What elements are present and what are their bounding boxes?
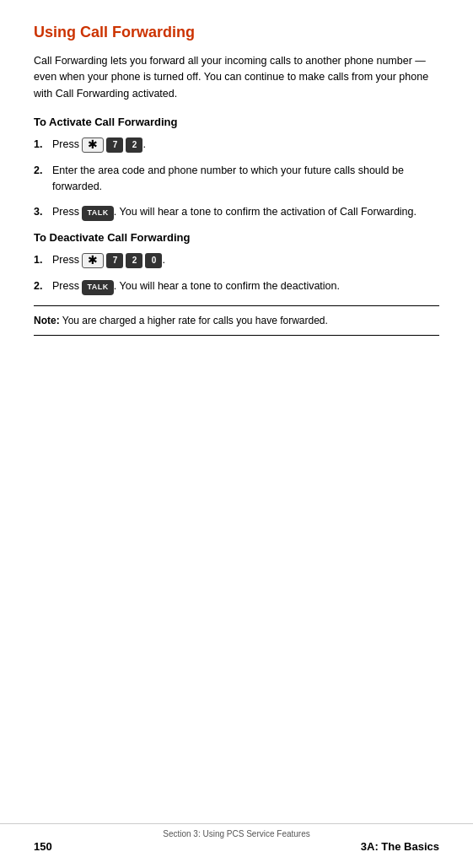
- talk-key: TALK: [82, 280, 113, 295]
- note-text: You are charged a higher rate for calls …: [60, 315, 328, 326]
- footer-page-line: 150 3A: The Basics: [34, 840, 439, 853]
- star-key: ✱: [82, 253, 104, 268]
- intro-text: Call Forwarding lets you forward all you…: [34, 53, 439, 102]
- key-7: 7: [106, 253, 123, 268]
- key-2: 2: [126, 137, 142, 153]
- step-num: 1.: [34, 252, 52, 268]
- deactivate-step-2: 2. Press TALK. You will hear a tone to c…: [34, 278, 439, 295]
- note-section: Note: You are charged a higher rate for …: [34, 305, 439, 336]
- key-group: ✱ 7 2 0: [82, 253, 162, 268]
- talk-key: TALK: [82, 206, 113, 221]
- activate-step-1: 1. Press ✱ 7 2 .: [34, 137, 439, 153]
- key-group: ✱ 7 2: [82, 137, 142, 153]
- step-num: 1.: [34, 137, 52, 153]
- page-title: Using Call Forwarding: [34, 24, 439, 41]
- step-content: Press TALK. You will hear a tone to conf…: [52, 204, 439, 221]
- page-content: Using Call Forwarding Call Forwarding le…: [0, 0, 473, 420]
- footer-section-label: Section 3: Using PCS Service Features: [34, 829, 439, 838]
- star-key: ✱: [82, 137, 104, 153]
- key-7: 7: [106, 137, 123, 153]
- deactivate-heading: To Deactivate Call Forwarding: [34, 231, 439, 244]
- activate-step-3: 3. Press TALK. You will hear a tone to c…: [34, 204, 439, 221]
- activate-heading: To Activate Call Forwarding: [34, 116, 439, 128]
- note-label: Note:: [34, 315, 60, 326]
- step-num: 3.: [34, 204, 52, 220]
- activate-step-2: 2. Enter the area code and phone number …: [34, 163, 439, 195]
- footer: Section 3: Using PCS Service Features 15…: [0, 823, 473, 853]
- page-number: 150: [34, 840, 52, 853]
- chapter-label: 3A: The Basics: [361, 840, 439, 853]
- step-num: 2.: [34, 278, 52, 294]
- deactivate-step-1: 1. Press ✱ 7 2 0 .: [34, 252, 439, 268]
- step-content: Press ✱ 7 2 .: [52, 137, 439, 153]
- step-num: 2.: [34, 163, 52, 179]
- step-content: Enter the area code and phone number to …: [52, 163, 439, 195]
- step-content: Press ✱ 7 2 0 .: [52, 252, 439, 268]
- key-0: 0: [145, 253, 162, 268]
- step-content: Press TALK. You will hear a tone to conf…: [52, 278, 439, 295]
- key-2: 2: [126, 253, 142, 268]
